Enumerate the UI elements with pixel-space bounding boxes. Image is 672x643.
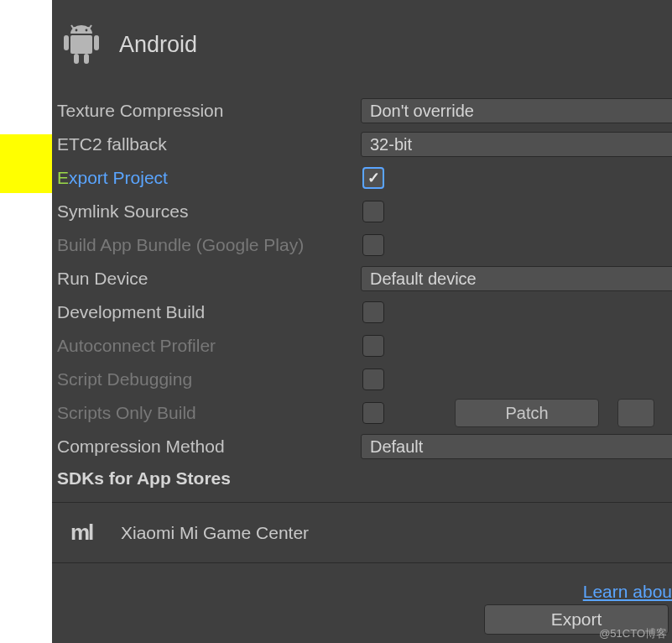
- patch-dropdown-button[interactable]: [617, 399, 654, 427]
- row-development-build: Development Build: [57, 295, 672, 329]
- row-compression-method: Compression Method Default: [57, 430, 672, 463]
- svg-rect-5: [64, 35, 69, 50]
- svg-rect-8: [84, 54, 89, 64]
- svg-point-10: [86, 29, 88, 32]
- svg-rect-6: [94, 35, 99, 50]
- dropdown-run-device[interactable]: Default device: [361, 266, 672, 291]
- label-run-device: Run Device: [57, 269, 361, 289]
- label-scripts-only-build: Scripts Only Build: [57, 403, 361, 423]
- settings-rows: Texture Compression Don't override ETC2 …: [52, 94, 672, 602]
- dropdown-value: Default: [370, 437, 423, 457]
- label-texture-compression: Texture Compression: [57, 101, 361, 121]
- checkbox-build-app-bundle: [362, 234, 384, 256]
- check-icon: ✓: [367, 169, 380, 187]
- sdk-xiaomi-row[interactable]: ml Xiaomi Mi Game Center: [52, 502, 672, 563]
- checkbox-symlink-sources[interactable]: [362, 201, 384, 222]
- label-etc2-fallback: ETC2 fallback: [57, 134, 361, 154]
- label-symlink-sources: Symlink Sources: [57, 201, 361, 222]
- label-compression-method: Compression Method: [57, 437, 361, 457]
- android-icon: [62, 24, 101, 65]
- row-build-app-bundle: Build App Bundle (Google Play): [57, 228, 672, 262]
- row-etc2-fallback: ETC2 fallback 32-bit: [57, 128, 672, 161]
- label-export-project: Export Project: [57, 168, 361, 188]
- dropdown-value: Default device: [370, 269, 477, 289]
- checkbox-scripts-only-build: [362, 402, 384, 424]
- checkbox-development-build[interactable]: [362, 301, 384, 323]
- sdk-xiaomi-label: Xiaomi Mi Game Center: [121, 523, 309, 543]
- row-script-debugging: Script Debugging: [57, 363, 672, 396]
- dropdown-value: 32-bit: [370, 135, 412, 154]
- svg-rect-4: [70, 35, 92, 54]
- patch-button[interactable]: Patch: [455, 399, 599, 427]
- row-run-device: Run Device Default device: [57, 262, 672, 295]
- learn-about-link[interactable]: Learn abou: [583, 582, 672, 601]
- row-scripts-only-build: Scripts Only Build Patch: [57, 396, 672, 430]
- platform-title: Android: [119, 32, 197, 58]
- learn-about-row: Learn abou: [57, 563, 672, 602]
- sdks-section-title: SDKs for App Stores: [57, 463, 672, 497]
- row-export-project: Export Project ✓: [57, 161, 672, 195]
- dropdown-etc2-fallback[interactable]: 32-bit: [361, 132, 672, 157]
- label-script-debugging: Script Debugging: [57, 369, 361, 389]
- checkbox-script-debugging: [362, 369, 384, 390]
- label-development-build: Development Build: [57, 302, 361, 322]
- label-autoconnect-profiler: Autoconnect Profiler: [57, 336, 361, 356]
- row-autoconnect-profiler: Autoconnect Profiler: [57, 329, 672, 363]
- build-settings-panel: Android Texture Compression Don't overri…: [52, 0, 672, 643]
- svg-rect-7: [74, 54, 79, 64]
- dropdown-texture-compression[interactable]: Don't override: [361, 98, 672, 123]
- platform-header: Android: [52, 0, 672, 94]
- label-build-app-bundle: Build App Bundle (Google Play): [57, 235, 361, 255]
- row-texture-compression: Texture Compression Don't override: [57, 94, 672, 128]
- xiaomi-icon: ml: [70, 520, 99, 546]
- checkbox-export-project[interactable]: ✓: [362, 167, 384, 189]
- highlight-left: [0, 134, 52, 193]
- dropdown-compression-method[interactable]: Default: [361, 434, 672, 459]
- svg-point-9: [76, 29, 78, 32]
- row-symlink-sources: Symlink Sources: [57, 195, 672, 228]
- dropdown-value: Don't override: [370, 102, 474, 121]
- checkbox-autoconnect-profiler: [362, 335, 384, 357]
- watermark: @51CTO博客: [599, 626, 667, 641]
